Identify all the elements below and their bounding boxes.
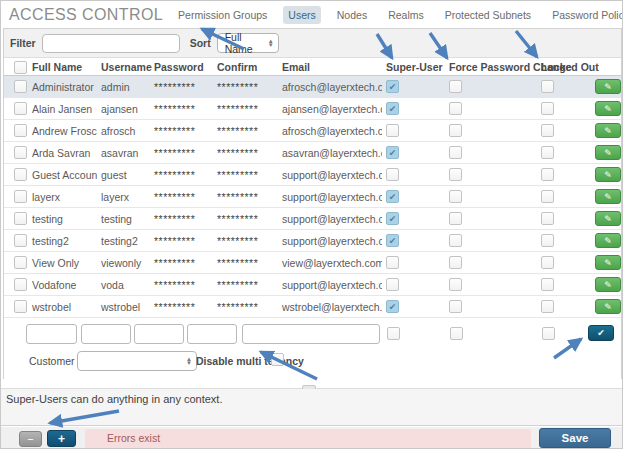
confirm-new-user-button[interactable]: ✔ [588,325,614,341]
new-super-user-checkbox[interactable] [387,327,400,340]
force-password-change-checkbox[interactable] [449,300,462,313]
customer-select[interactable]: ▲▼ [77,351,197,371]
table-row: layerxlayerx******************support@la… [4,186,621,208]
cell-confirm: ********* [213,257,278,269]
super-user-checkbox[interactable]: ✔ [386,146,399,159]
locked-out-checkbox[interactable] [541,300,554,313]
row-select-checkbox[interactable] [14,278,27,291]
new-confirm-input[interactable] [187,324,237,344]
add-row-button[interactable]: + [47,430,76,447]
row-select-checkbox[interactable] [14,80,27,93]
force-password-change-checkbox[interactable] [449,102,462,115]
cell-full-name: wstrobel [28,301,97,313]
force-password-change-checkbox[interactable] [449,80,462,93]
force-password-change-checkbox[interactable] [449,190,462,203]
new-full-name-input[interactable] [26,324,77,344]
super-user-checkbox[interactable]: ✔ [386,102,399,115]
pencil-icon: ✎ [604,126,612,136]
row-select-checkbox[interactable] [14,102,27,115]
row-select-checkbox[interactable] [14,190,27,203]
cell-confirm: ********* [213,125,278,137]
sort-select[interactable]: Full Name ▲▼ [217,33,279,53]
force-password-change-checkbox[interactable] [449,234,462,247]
locked-out-checkbox[interactable] [541,102,554,115]
super-user-checkbox[interactable] [386,256,399,269]
pencil-icon: ✎ [604,148,612,158]
tab-users[interactable]: Users [283,6,320,24]
row-select-checkbox[interactable] [14,234,27,247]
new-username-input[interactable] [81,324,131,344]
new-password-input[interactable] [134,324,184,344]
table-row: Guest Accountguest******************supp… [4,164,621,186]
force-password-change-checkbox[interactable] [449,256,462,269]
edit-row-button[interactable]: ✎ [595,167,621,182]
super-user-checkbox[interactable]: ✔ [386,80,399,93]
super-user-checkbox[interactable]: ✔ [386,300,399,313]
cell-email: support@layerxtech.com [278,191,382,203]
locked-out-checkbox[interactable] [541,168,554,181]
locked-out-checkbox[interactable] [541,146,554,159]
edit-row-button[interactable]: ✎ [595,101,621,116]
filter-input[interactable] [42,34,180,53]
locked-out-checkbox[interactable] [541,212,554,225]
bottom-toolbar: − + Errors exist Save [1,427,623,449]
edit-row-button[interactable]: ✎ [595,211,621,226]
table-rows: Administratoradmin******************afro… [4,76,621,318]
edit-row-button[interactable]: ✎ [595,145,621,160]
new-email-input[interactable] [242,324,380,344]
row-select-checkbox[interactable] [14,146,27,159]
super-user-checkbox[interactable]: ✔ [386,190,399,203]
row-select-checkbox[interactable] [14,300,27,313]
edit-row-button[interactable]: ✎ [595,123,621,138]
save-button[interactable]: Save [539,428,611,448]
row-select-checkbox[interactable] [14,124,27,137]
new-force-password-change-checkbox[interactable] [450,327,463,340]
locked-out-checkbox[interactable] [541,256,554,269]
edit-row-button[interactable]: ✎ [595,79,621,94]
locked-out-checkbox[interactable] [541,190,554,203]
select-all-checkbox[interactable] [14,61,27,74]
remove-row-button[interactable]: − [19,431,42,447]
row-select-checkbox[interactable] [14,256,27,269]
edit-row-button[interactable]: ✎ [595,277,621,292]
locked-out-checkbox[interactable] [541,80,554,93]
edit-row-button[interactable]: ✎ [595,233,621,248]
super-user-checkbox[interactable] [386,278,399,291]
super-user-checkbox[interactable] [386,168,399,181]
super-user-checkbox[interactable]: ✔ [386,234,399,247]
super-user-checkbox[interactable] [386,124,399,137]
super-user-checkbox[interactable]: ✔ [386,212,399,225]
cell-full-name: Andrew Frosch [28,125,97,137]
edit-row-button[interactable]: ✎ [595,189,621,204]
table-row: Andrew Froschafrosch******************af… [4,120,621,142]
tab-permission-groups[interactable]: Permission Groups [173,6,272,24]
tab-realms[interactable]: Realms [383,6,429,24]
tab-nodes[interactable]: Nodes [332,6,372,24]
tab-bar: Permission GroupsUsersNodesRealmsProtect… [173,6,623,24]
cell-username: layerx [97,191,150,203]
locked-out-checkbox[interactable] [541,124,554,137]
edit-row-button[interactable]: ✎ [595,255,621,270]
cell-password: ********* [150,279,213,291]
pencil-icon: ✎ [604,82,612,92]
col-force-password-change: Force Password Change [445,61,537,73]
locked-out-checkbox[interactable] [541,234,554,247]
force-password-change-checkbox[interactable] [449,168,462,181]
tab-password-policy[interactable]: Password Policy [547,6,623,24]
cell-username: afrosch [97,125,150,137]
disable-multi-tenancy-checkbox[interactable] [271,353,284,366]
locked-out-checkbox[interactable] [541,278,554,291]
tab-protected-subnets[interactable]: Protected Subnets [440,6,536,24]
new-locked-out-checkbox[interactable] [542,327,555,340]
table-row: View Onlyviewonly******************view@… [4,252,621,274]
table-row: Arda Savranasavran******************asav… [4,142,621,164]
force-password-change-checkbox[interactable] [449,124,462,137]
edit-row-button[interactable]: ✎ [595,299,621,314]
force-password-change-checkbox[interactable] [449,278,462,291]
row-select-checkbox[interactable] [14,168,27,181]
force-password-change-checkbox[interactable] [449,212,462,225]
row-select-checkbox[interactable] [14,212,27,225]
cell-confirm: ********* [213,213,278,225]
force-password-change-checkbox[interactable] [449,146,462,159]
table-row: testing2testing2******************suppor… [4,230,621,252]
